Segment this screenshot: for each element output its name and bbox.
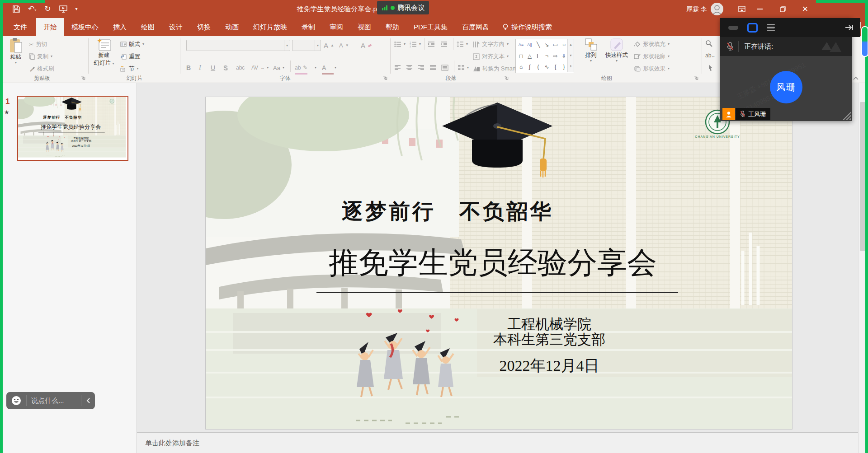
collapse-chat-icon[interactable] — [86, 397, 90, 404]
justify-button[interactable] — [429, 62, 436, 73]
tab-view[interactable]: 视图 — [350, 18, 378, 36]
slide-subtitle[interactable]: 逐梦前行 不负韶华 — [29, 115, 96, 121]
align-left-button[interactable] — [394, 62, 401, 73]
italic-button[interactable]: I — [199, 62, 211, 73]
slide[interactable]: CHANG'AN UNIVERSITY 逐梦前行 不负韶华 推免学生党员经验分享… — [206, 97, 792, 429]
shape-option[interactable]: ʃ — [525, 61, 534, 72]
decrease-font-size-button[interactable]: A▼ — [339, 40, 349, 51]
layout-button[interactable]: 版式▾ — [120, 39, 144, 50]
underline-button[interactable]: U — [211, 62, 222, 73]
strikethrough-button[interactable]: abc — [236, 62, 245, 73]
increase-font-size-button[interactable]: A▲ — [324, 40, 334, 51]
tab-design[interactable]: 设计 — [162, 18, 190, 36]
video-view-icon[interactable] — [747, 23, 758, 33]
graduation-cap-image[interactable] — [61, 97, 83, 112]
slide-org-line2[interactable]: 本科生第三党支部 — [459, 330, 640, 349]
shape-option[interactable]: ¬ — [542, 51, 551, 61]
redo-icon[interactable]: ↻ — [44, 0, 51, 18]
tencent-meeting-badge[interactable]: 腾讯会议 — [377, 1, 429, 14]
slide-title[interactable]: 推免学生党员经验分享会 — [244, 243, 741, 283]
notes-pane[interactable]: 单击此处添加备注 — [137, 432, 866, 453]
font-color-button[interactable]: A — [322, 62, 334, 75]
slide-date[interactable]: 2022年12月4日 — [459, 355, 640, 376]
slide-org-line2[interactable]: 本科生第三党支部 — [65, 140, 98, 143]
tab-slideshow[interactable]: 幻灯片放映 — [246, 18, 294, 36]
distribute-button[interactable] — [441, 62, 448, 73]
tab-insert[interactable]: 插入 — [106, 18, 134, 36]
meeting-chat-bar[interactable]: 说点什么... — [6, 392, 95, 409]
tab-baidu-netdisk[interactable]: 百度网盘 — [455, 18, 496, 36]
resize-grip[interactable] — [840, 108, 851, 120]
text-shadow-button[interactable]: S — [223, 62, 235, 73]
shapes-gallery-scrollbar[interactable]: ▲▼⇟ — [567, 39, 574, 72]
format-painter-button[interactable]: 格式刷 — [29, 63, 54, 74]
shape-option[interactable]: ⌂ — [517, 61, 525, 72]
restore-button[interactable] — [772, 0, 793, 18]
tab-record[interactable]: 录制 — [294, 18, 322, 36]
tab-review[interactable]: 审阅 — [322, 18, 350, 36]
highlight-dropdown[interactable]: ▾ — [315, 62, 316, 73]
shape-option[interactable]: { — [551, 61, 560, 72]
graduation-cap-image[interactable] — [439, 98, 556, 184]
clipboard-dialog-launcher[interactable] — [80, 75, 86, 80]
shape-fill-button[interactable]: 形状填充▾ — [634, 39, 670, 50]
collapse-ribbon-icon[interactable] — [853, 76, 859, 80]
arrange-button[interactable]: 排列▾ — [580, 38, 601, 63]
font-name-combobox[interactable]: ▾ — [186, 40, 290, 51]
section-button[interactable]: 节▾ — [120, 63, 139, 74]
chat-input-placeholder[interactable]: 说点什么... — [31, 397, 64, 405]
tab-help[interactable]: 帮助 — [378, 18, 406, 36]
reset-button[interactable]: 重置 — [120, 51, 140, 62]
minimize-button[interactable] — [750, 0, 770, 18]
save-icon[interactable] — [13, 5, 20, 13]
paragraph-dialog-launcher[interactable] — [504, 75, 509, 80]
replace-icon[interactable]: ab↔ — [705, 52, 715, 59]
change-case-button[interactable]: Aa▾ — [273, 62, 284, 73]
align-text-button[interactable]: 对齐文本▾ — [473, 51, 509, 62]
dock-to-side-icon[interactable] — [845, 24, 854, 31]
text-direction-button[interactable]: A 文字方向▾ — [473, 39, 509, 50]
minimize-view-icon[interactable] — [728, 26, 738, 30]
tell-me-search[interactable]: 操作说明搜索 — [496, 18, 558, 36]
decrease-indent-button[interactable] — [428, 39, 435, 50]
account-name[interactable]: 厚霖 李 — [686, 0, 707, 18]
shape-option[interactable]: A≡ — [517, 39, 525, 50]
shape-option[interactable]: ∿ — [542, 61, 551, 72]
character-spacing-button[interactable]: AV↔▾ — [251, 62, 269, 73]
close-button[interactable]: × — [795, 0, 816, 18]
tab-template-center[interactable]: 模板中心 — [64, 18, 106, 36]
shape-option[interactable]: Γ — [534, 51, 542, 61]
meeting-edge-handle[interactable] — [861, 26, 868, 57]
shape-outline-button[interactable]: 形状轮廓▾ — [634, 51, 670, 62]
numbering-button[interactable]: 123▾ — [410, 39, 421, 50]
tencent-meeting-panel[interactable]: 正在讲话: 王厚霖 +8618561409951 王厚霖 +8618561409… — [720, 18, 852, 121]
shape-option[interactable]: ( — [534, 61, 542, 72]
shapes-gallery[interactable]: A≡ A∥ ╲ ↘ ▭ ○ ◻ △ Γ ¬ ⇨ ⇩ ⌂ ʃ ( ∿ { } ▲▼… — [515, 39, 574, 73]
tab-draw[interactable]: 绘图 — [134, 18, 162, 36]
new-slide-button[interactable]: 新建 幻灯片 ▾ — [91, 38, 117, 67]
drawing-dialog-launcher[interactable] — [693, 75, 699, 80]
account-avatar[interactable] — [711, 3, 723, 15]
align-center-button[interactable] — [406, 62, 413, 73]
animation-star-icon[interactable]: ★ — [4, 109, 9, 116]
slide[interactable]: CHANG'AN UNIVERSITY 逐梦前行 不负韶华 推免学生党员经验分享… — [18, 97, 126, 158]
meeting-video-area[interactable]: 王厚霖 +8618561409951 王厚霖 +8618561409951 风珊… — [720, 56, 852, 121]
columns-button[interactable]: ▾ — [458, 62, 469, 73]
copy-button[interactable]: 复制▾ — [29, 51, 52, 62]
tab-file[interactable]: 文件 — [5, 18, 36, 36]
shape-option[interactable]: ↘ — [542, 39, 551, 50]
font-dialog-launcher[interactable] — [382, 75, 388, 80]
shape-option[interactable]: ▭ — [551, 39, 560, 50]
list-view-icon[interactable] — [767, 24, 775, 32]
text-highlight-button[interactable]: ab✎ — [295, 62, 307, 75]
shape-effects-button[interactable]: 形状效果▾ — [634, 63, 670, 74]
align-right-button[interactable] — [418, 62, 425, 73]
slide-title[interactable]: 推免学生党员经验分享会 — [25, 123, 117, 131]
slide-subtitle[interactable]: 逐梦前行 不负韶华 — [267, 197, 628, 226]
font-size-combobox[interactable]: ▾ — [292, 40, 321, 51]
find-icon[interactable] — [705, 40, 712, 47]
tab-animations[interactable]: 动画 — [218, 18, 246, 36]
start-slideshow-icon[interactable] — [59, 5, 67, 13]
emoji-icon[interactable] — [11, 395, 22, 406]
tab-transitions[interactable]: 切换 — [190, 18, 218, 36]
